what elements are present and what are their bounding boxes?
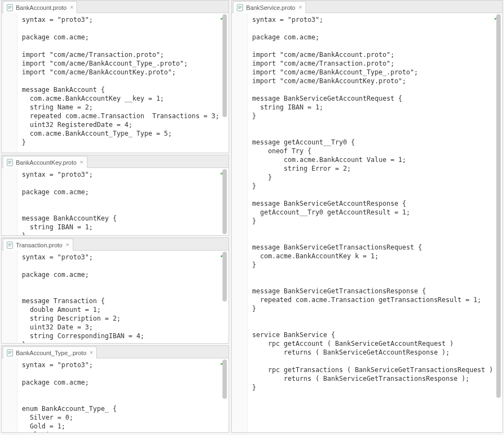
line-gutter: [2, 251, 17, 343]
close-icon[interactable]: ×: [80, 159, 83, 165]
left-column: BankAccount.proto × syntax = "proto3"; p…: [1, 0, 229, 433]
svg-rect-9: [8, 243, 11, 244]
svg-rect-5: [8, 161, 11, 161]
line-gutter: [2, 168, 17, 235]
code-content[interactable]: syntax = "proto3"; package com.acme; imp…: [17, 13, 222, 153]
editor-pane-bankaccount-type: BankAccount_Type_.proto × syntax = "prot…: [1, 345, 229, 433]
tab-label: Transaction.proto: [16, 242, 62, 248]
tab-bankaccount[interactable]: BankAccount.proto ×: [3, 1, 77, 13]
close-icon[interactable]: ×: [298, 4, 302, 10]
editor-pane-bankaccount: BankAccount.proto × syntax = "proto3"; p…: [1, 0, 229, 153]
svg-rect-6: [8, 162, 11, 163]
tab-label: BankAccount_Type_.proto: [16, 350, 86, 356]
file-icon: [7, 159, 13, 166]
file-icon: [7, 241, 13, 249]
svg-rect-17: [238, 6, 242, 7]
code-content[interactable]: syntax = "proto3"; package com.acme; mes…: [17, 168, 222, 235]
scrollbar[interactable]: [222, 359, 227, 431]
tab-bar: BankAccountKey.proto ×: [2, 155, 228, 168]
scrollbar[interactable]: [222, 169, 227, 234]
code-content[interactable]: syntax = "proto3"; package com.acme; imp…: [248, 13, 496, 432]
close-icon[interactable]: ×: [66, 242, 69, 248]
tab-bar: BankService.proto ×: [232, 1, 502, 13]
tab-label: BankAccountKey.proto: [16, 159, 77, 166]
svg-rect-19: [238, 8, 241, 9]
line-gutter: [2, 358, 17, 432]
editor-area[interactable]: syntax = "proto3"; package com.acme; mes…: [2, 168, 228, 235]
file-icon: [7, 349, 13, 357]
close-icon[interactable]: ×: [70, 4, 73, 10]
line-gutter: [2, 13, 17, 153]
svg-rect-10: [8, 245, 11, 245]
tab-bankaccountkey[interactable]: BankAccountKey.proto ×: [3, 156, 87, 168]
scrollbar[interactable]: [222, 252, 227, 342]
svg-rect-18: [238, 7, 242, 8]
tab-transaction[interactable]: Transaction.proto ×: [3, 239, 73, 251]
file-icon: [237, 4, 243, 11]
editor-area[interactable]: syntax = "proto3"; package com.acme; imp…: [232, 13, 502, 432]
close-icon[interactable]: ×: [90, 350, 93, 356]
editor-pane-bankaccountkey: BankAccountKey.proto × syntax = "proto3"…: [1, 155, 229, 236]
tab-bar: Transaction.proto ×: [2, 238, 228, 251]
code-content[interactable]: syntax = "proto3"; package com.acme; enu…: [17, 358, 222, 432]
workspace: BankAccount.proto × syntax = "proto3"; p…: [0, 0, 504, 435]
editor-area[interactable]: syntax = "proto3"; package com.acme; enu…: [2, 358, 228, 432]
editor-pane-bankservice: BankService.proto × syntax = "proto3"; p…: [231, 0, 503, 433]
svg-rect-15: [8, 353, 10, 354]
svg-rect-3: [8, 8, 10, 9]
svg-rect-7: [8, 163, 10, 164]
svg-rect-2: [8, 7, 11, 8]
tab-bankaccount-type[interactable]: BankAccount_Type_.proto ×: [3, 346, 97, 358]
tab-bar: BankAccount.proto ×: [2, 1, 228, 13]
tab-label: BankService.proto: [246, 4, 295, 11]
file-icon: [7, 4, 13, 11]
editor-pane-transaction: Transaction.proto × syntax = "proto3"; p…: [1, 237, 229, 344]
line-gutter: [232, 13, 248, 432]
svg-rect-13: [8, 351, 11, 352]
editor-area[interactable]: syntax = "proto3"; package com.acme; imp…: [2, 13, 228, 153]
scrollbar[interactable]: [222, 14, 227, 152]
svg-rect-11: [8, 246, 10, 246]
code-content[interactable]: syntax = "proto3"; package com.acme; mes…: [17, 251, 222, 343]
tab-label: BankAccount.proto: [16, 4, 67, 11]
editor-area[interactable]: syntax = "proto3"; package com.acme; mes…: [2, 251, 228, 343]
tab-bankservice[interactable]: BankService.proto ×: [233, 1, 306, 13]
svg-rect-14: [8, 352, 11, 353]
right-column: BankService.proto × syntax = "proto3"; p…: [231, 0, 503, 433]
scrollbar[interactable]: [496, 14, 501, 431]
svg-rect-1: [8, 6, 11, 7]
tab-bar: BankAccount_Type_.proto ×: [2, 346, 228, 358]
